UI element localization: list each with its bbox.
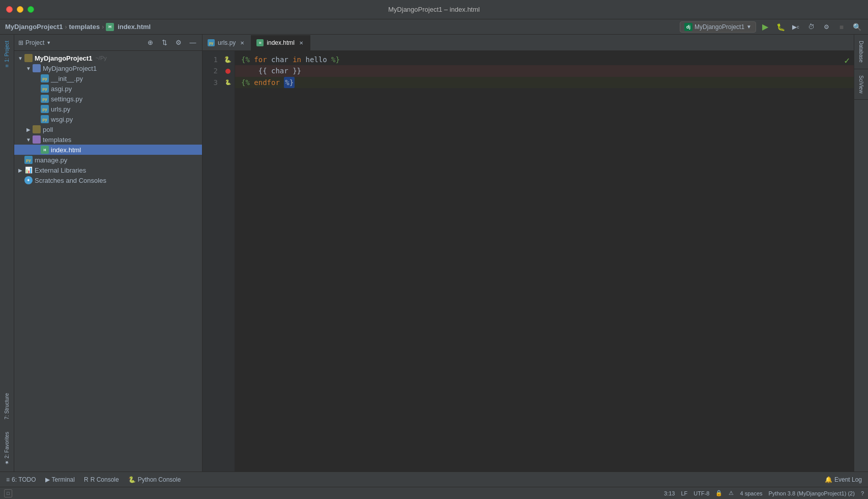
code-space [301,54,305,65]
bottom-tab-terminal[interactable]: ▶ Terminal [41,474,79,485]
tree-item-poll[interactable]: ▶ poll [14,124,202,134]
ext-lib-icon: 📊 [24,166,33,174]
code-endfor-keyword: endfor [254,77,280,88]
minimize-button[interactable] [17,6,23,13]
tree-label-ext-libs: External Libraries [35,167,86,174]
status-indent[interactable]: 4 spaces [740,490,762,496]
tree-item-settings[interactable]: py settings.py [14,94,202,104]
py-icon-asgi: py [41,85,49,93]
search-everywhere-button[interactable]: 🔍 [851,21,863,33]
status-position[interactable]: 3:13 [664,490,675,496]
status-right: 3:13 LF UTF-8 🔒 ⚠ 4 spaces Python 3.8 (M… [664,490,864,496]
tree-item-mydjango-inner[interactable]: ▼ MyDjangoProject1 [14,63,202,73]
title-bar: MyDjangoProject1 – index.html [0,0,868,19]
bottom-tab-pyconsole[interactable]: 🐍 Python Console [124,474,185,485]
status-bar: □ 3:13 LF UTF-8 🔒 ⚠ 4 spaces Python 3.8 … [0,487,868,499]
code-lines[interactable]: {% for char in hello %} {{ [235,51,854,472]
status-expand-button[interactable]: □ [4,489,12,497]
status-line-ending[interactable]: LF [681,490,687,496]
build-button[interactable]: ⚙ [820,21,832,33]
py-icon-wsgi: py [41,115,49,123]
left-side-tabs: ≡ 1: Project 7: Structure ★ 2: Favorites [0,35,14,472]
debug-button[interactable]: 🐛 [774,21,787,33]
tree-arrow-poll[interactable]: ▶ [24,125,33,133]
bottom-tab-eventlog[interactable]: 🔔 Event Log [821,474,866,485]
tree-arrow-inner[interactable]: ▼ [24,64,33,72]
run-with-coverage-button[interactable]: ▶c [790,21,802,33]
rconsole-label: R Console [91,476,119,483]
pyconsole-icon: 🐍 [128,476,136,483]
tree-label-scratches: Scratches and Consoles [35,177,106,184]
sidebar-item-structure[interactable]: 7: Structure [2,389,12,424]
bottom-tab-rconsole[interactable]: R R Console [80,474,123,485]
tab-index-html[interactable]: H index.html ✕ [251,35,310,50]
project-panel-label: Project [25,39,44,46]
tree-item-index-html[interactable]: H index.html [14,145,202,155]
stop-button[interactable]: ■ [835,21,848,33]
editor-checkmark: ✓ [844,55,850,66]
tree-path: ~/Py [95,55,106,61]
bottom-tab-todo[interactable]: ≡ 6: TODO [2,474,40,485]
profile-button[interactable]: ⏱ [805,21,817,33]
code-line-3: {% endfor %} [235,77,854,88]
breadcrumb-sep-2: › [102,23,104,31]
code-end-tag: %} [331,54,340,65]
breakpoint-line2[interactable] [225,69,230,74]
right-tab-sciview[interactable]: SciView [854,69,868,100]
breadcrumb-file[interactable]: index.html [118,23,151,31]
toolbar-right: dj MyDjangoProject1 ▼ ▶ 🐛 ▶c ⏱ ⚙ ■ 🔍 [680,21,863,33]
panel-collapse-button[interactable]: ⇅ [159,38,169,48]
warnings-icon: ⚠ [729,490,734,496]
tree-label-asgi: asgi.py [51,85,72,93]
py-icon-urls: py [41,105,49,113]
tree-label-wsgi: wsgi.py [51,116,73,123]
status-warnings-icon[interactable]: ⚠ [729,490,734,496]
tree-item-urls[interactable]: py urls.py [14,104,202,114]
tree-item-ext-libs[interactable]: ▶ 📊 External Libraries [14,165,202,175]
tree-item-init[interactable]: py __init__.py [14,73,202,84]
tree-arrow-ext-libs[interactable]: ▶ [16,166,24,174]
code-for-keyword: for [254,54,267,65]
breadcrumb-file-icon: H [106,23,114,31]
panel-title[interactable]: ⊞ Project ▼ [18,39,51,46]
tree-label-settings: settings.py [51,95,82,103]
close-button[interactable] [6,6,13,13]
tab-close-index[interactable]: ✕ [298,39,305,46]
tree-arrow-templates[interactable]: ▼ [24,135,33,144]
line-ending-value: LF [681,490,687,496]
todo-icon: ≡ [6,476,10,483]
sidebar-item-favorites[interactable]: ★ 2: Favorites [2,428,12,469]
sidebar-item-project[interactable]: ≡ 1: Project [2,37,12,71]
run-config-button[interactable]: dj MyDjangoProject1 ▼ [680,21,756,33]
inner-folder-icon [33,64,41,72]
run-button[interactable]: ▶ [759,21,771,33]
breadcrumb-project[interactable]: MyDjangoProject1 [5,23,63,31]
eventlog-icon: 🔔 [825,476,832,483]
fold-icon-line3: 🐍 [225,78,231,87]
panel-minimize-button[interactable]: — [188,38,198,48]
tab-close-urls[interactable]: ✕ [239,39,246,46]
breadcrumb-templates[interactable]: templates [69,23,100,31]
django-icon: dj [684,23,692,31]
right-tab-database[interactable]: Database [854,35,868,69]
tree-item-scratches[interactable]: ✦ Scratches and Consoles [14,175,202,185]
right-sidebar: Database SciView [854,35,868,472]
status-encoding[interactable]: UTF-8 [693,490,709,496]
panel-locate-button[interactable]: ⊕ [145,38,155,48]
code-indent [241,65,258,76]
tab-urls-py[interactable]: py urls.py ✕ [202,35,251,50]
panel-settings-button[interactable]: ⚙ [173,38,184,48]
maximize-button[interactable] [27,6,34,13]
window-title: MyDjangoProject1 – index.html [388,6,480,13]
panel-dropdown-icon: ▼ [46,40,51,45]
tree-item-wsgi[interactable]: py wsgi.py [14,114,202,124]
tree-item-asgi[interactable]: py asgi.py [14,84,202,94]
tree-item-templates[interactable]: ▼ templates [14,134,202,145]
tree-arrow-root[interactable]: ▼ [16,54,24,62]
tree-item-manage[interactable]: py manage.py [14,155,202,165]
status-lock-icon[interactable]: 🔒 [715,490,722,496]
code-space [288,65,293,76]
status-help-icon[interactable]: ? [861,490,864,496]
tree-item-root[interactable]: ▼ MyDjangoProject1 ~/Py [14,53,202,63]
status-python-version[interactable]: Python 3.8 (MyDjangoProject1) (2) [769,490,855,496]
